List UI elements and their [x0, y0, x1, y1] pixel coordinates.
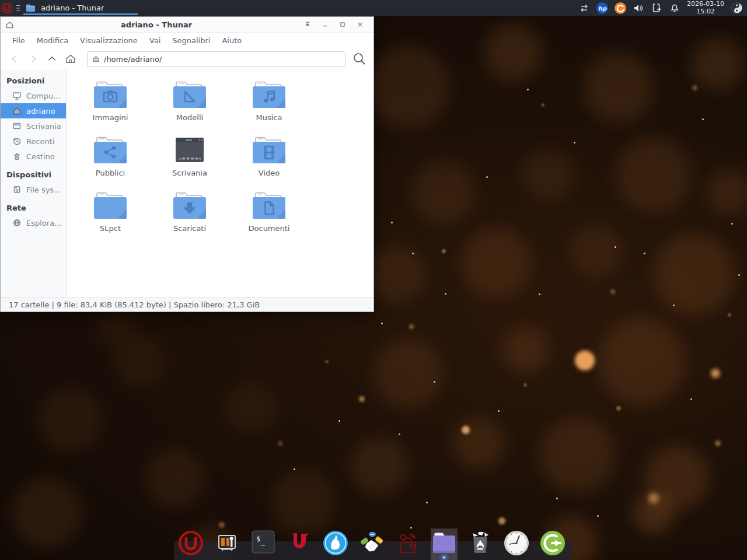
toolbox-app-icon: [395, 530, 421, 559]
computer-icon: [12, 91, 22, 100]
update-icon[interactable]: [613, 0, 627, 16]
path-bar[interactable]: /home/adriano/: [87, 51, 345, 67]
dock-item-handshake-app[interactable]: [358, 528, 385, 560]
menu-item-vai[interactable]: Vai: [144, 34, 166, 47]
dock-item-uget-downloader[interactable]: [286, 528, 313, 560]
folder-video-icon: [251, 135, 287, 165]
svg-text:hp: hp: [598, 5, 607, 12]
yin-yang-icon[interactable]: [729, 0, 743, 16]
folder-item-documenti[interactable]: Documenti: [229, 190, 309, 246]
dock-item-file-manager[interactable]: [431, 528, 458, 560]
sync-arrows-icon[interactable]: [577, 0, 591, 16]
toolbar: /home/adriano/: [1, 48, 374, 69]
hp-icon[interactable]: hp: [595, 0, 609, 16]
distro-logo-icon[interactable]: [0, 0, 14, 16]
folder-musica-icon: [251, 79, 287, 110]
network-icon: [12, 218, 22, 228]
volume-icon[interactable]: [631, 0, 645, 16]
menu-item-segnalibri[interactable]: Segnalibri: [166, 34, 216, 47]
sidebar-item-cestino[interactable]: Cestino: [1, 149, 66, 164]
hamburger-icon[interactable]: [14, 0, 22, 16]
logout-icon: [539, 530, 566, 559]
folder-pubblici-icon: [92, 135, 128, 165]
sidebar-item-label: Esplora...: [26, 219, 62, 228]
clock-icon: [503, 530, 530, 559]
sidebar-item-label: adriano: [26, 107, 55, 116]
statusbar: 17 cartelle | 9 file: 83,4 KiB (85.412 b…: [1, 297, 374, 312]
minimize-button[interactable]: [316, 18, 334, 31]
active-task-underline: [23, 13, 138, 15]
dock-item-distro-launcher[interactable]: [177, 528, 204, 560]
top-panel: adriano - Thunar hp 2026-03-10 15:02: [0, 0, 747, 16]
maximize-button[interactable]: [334, 18, 351, 31]
folder-item-video[interactable]: Video: [229, 135, 309, 190]
panel-clock[interactable]: 2026-03-10 15:02: [686, 1, 725, 15]
trash-icon: [12, 152, 22, 161]
up-button[interactable]: [43, 51, 61, 67]
dock-item-video-editor[interactable]: [214, 528, 240, 560]
window-home-icon: [5, 20, 14, 29]
folder-item-pubblici[interactable]: Pubblici: [71, 135, 150, 190]
video-editor-icon: [214, 530, 240, 558]
menu-item-aiuto[interactable]: Aiuto: [216, 34, 247, 47]
taskbar-window-button[interactable]: adriano - Thunar: [22, 0, 139, 16]
folder-icon-view: Immagini Modelli Musica PubbliciScrivani…: [67, 69, 374, 297]
titlebar[interactable]: adriano - Thunar: [1, 17, 374, 33]
menu-item-visualizzazione[interactable]: Visualizzazione: [74, 34, 144, 47]
forward-button[interactable]: [24, 51, 43, 67]
notifications-icon[interactable]: [668, 0, 682, 16]
close-button[interactable]: [351, 18, 369, 31]
sidebar-item-compu[interactable]: Compu...: [1, 88, 66, 103]
folder-label: Musica: [256, 113, 282, 122]
folder-item-immagini[interactable]: Immagini: [71, 79, 150, 135]
dock-item-librewolf-browser[interactable]: [322, 528, 349, 560]
menu-item-file[interactable]: File: [6, 34, 31, 47]
sidebar-item-recenti[interactable]: Recenti: [1, 134, 66, 149]
folder-label: Documenti: [249, 224, 290, 233]
menu-item-modifica[interactable]: Modifica: [31, 34, 74, 47]
folder-immagini-icon: [92, 79, 128, 110]
taskbar-window-title: adriano - Thunar: [41, 4, 104, 12]
dock-item-logout[interactable]: [539, 528, 566, 560]
folder-label: SLpct: [100, 224, 121, 233]
sidebar-item-adriano[interactable]: adriano: [1, 103, 66, 118]
home-button[interactable]: [61, 51, 80, 67]
search-button[interactable]: [350, 51, 369, 67]
desktop-scrivania-icon: [172, 135, 208, 165]
folder-label: Modelli: [176, 113, 203, 122]
folder-label: Immagini: [93, 113, 128, 122]
clock-time: 15:02: [687, 8, 724, 16]
sidebar-item-scrivania[interactable]: Scrivania: [1, 118, 66, 134]
desktop-icon: [12, 121, 22, 131]
distro-launcher-icon: [177, 530, 204, 559]
dock-item-trash[interactable]: [467, 528, 494, 560]
thunar-window: adriano - Thunar FileModificaVisualizzaz…: [0, 16, 374, 312]
drive-icon: [12, 185, 22, 194]
clipboard-icon[interactable]: [650, 0, 664, 16]
folder-slpct-icon: [92, 190, 128, 220]
librewolf-browser-icon: [322, 530, 349, 559]
folder-item-modelli[interactable]: Modelli: [150, 79, 229, 135]
dock-item-clock[interactable]: [503, 528, 530, 560]
sidebar-item-label: Cestino: [26, 152, 55, 161]
home-icon: [12, 106, 22, 116]
svg-text:_: _: [261, 538, 266, 546]
dock: $_: [174, 525, 572, 560]
folder-item-scaricati[interactable]: Scaricati: [150, 190, 229, 246]
sidebar-section-rete: Rete: [1, 201, 66, 215]
folder-item-musica[interactable]: Musica: [229, 79, 309, 135]
folder-item-slpct[interactable]: SLpct: [71, 190, 150, 246]
file-manager-icon: [431, 530, 458, 559]
dock-item-toolbox-app[interactable]: [395, 528, 421, 560]
dock-item-terminal[interactable]: $_: [250, 528, 277, 560]
menubar: FileModificaVisualizzazioneVaiSegnalibri…: [1, 33, 374, 48]
sidebar-item-esplora[interactable]: Esplora...: [1, 215, 66, 230]
path-text: /home/adriano/: [104, 55, 162, 64]
folder-label: Scrivania: [172, 169, 207, 177]
folder-scaricati-icon: [172, 190, 208, 220]
clock-date: 2026-03-10: [687, 1, 724, 8]
sidebar-item-file-sys[interactable]: File sys...: [1, 182, 66, 197]
shade-button[interactable]: [299, 18, 316, 31]
folder-item-scrivania[interactable]: Scrivania: [150, 135, 229, 190]
back-button[interactable]: [5, 51, 24, 67]
